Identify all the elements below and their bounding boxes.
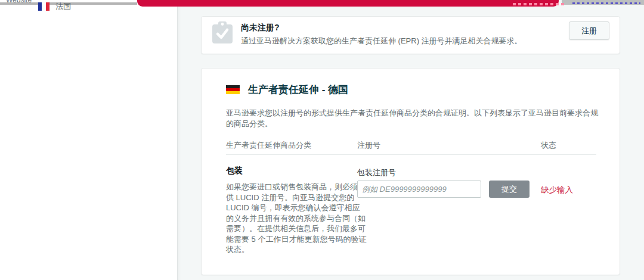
- country-label: 法国: [55, 1, 71, 12]
- banner-description: 通过亚马逊解决方案获取您的生产者责任延伸 (EPR) 注册号并满足相关合规要求。: [241, 36, 554, 46]
- country-item-france[interactable]: 法国: [38, 1, 71, 12]
- table-header-divider: [226, 154, 596, 155]
- registration-banner-card: 尚未注册? 通过亚马逊解决方案获取您的生产者责任延伸 (EPR) 注册号并满足相…: [201, 16, 620, 54]
- category-name: 包装: [226, 166, 367, 176]
- banner-title: 尚未注册?: [241, 23, 554, 33]
- register-button[interactable]: 注册: [569, 21, 609, 40]
- banner-text: 尚未注册? 通过亚马逊解决方案获取您的生产者责任延伸 (EPR) 注册号并满足相…: [241, 23, 554, 46]
- col-header-status: 状态: [541, 140, 556, 151]
- left-panel: Website 法国: [0, 0, 177, 280]
- main-content: 尚未注册? 通过亚马逊解决方案获取您的生产者责任延伸 (EPR) 注册号并满足相…: [177, 0, 644, 280]
- table-row-registration-cell: 包装注册号 提交 缺少输入: [357, 167, 608, 182]
- col-header-registration-number: 注册号: [357, 140, 380, 151]
- clipped-text-fragment: [513, 3, 564, 5]
- page: Website 法国 尚未注册? 通过亚马逊解决方案获取您的生产者责任延伸 (E…: [0, 0, 644, 280]
- table-row-category-cell: 包装 如果您要进口或销售包装商品，则必须提供 LUCID 注册号。向亚马逊提交您…: [226, 166, 367, 255]
- registration-input-label: 包装注册号: [357, 167, 608, 178]
- submit-button[interactable]: 提交: [489, 181, 530, 198]
- registration-number-input[interactable]: [357, 181, 481, 198]
- category-description: 如果您要进口或销售包装商品，则必须提供 LUCID 注册号。向亚马逊提交您的 L…: [226, 182, 367, 255]
- clipped-header-fragment: [562, 0, 644, 5]
- status-text: 缺少输入: [541, 185, 573, 195]
- epr-intro-text: 亚马逊要求您以注册号的形式提供生产者责任延伸商品分类的合规证明。以下列表显示了亚…: [226, 108, 603, 129]
- epr-germany-card: 生产者责任延伸 - 德国 亚马逊要求您以注册号的形式提供生产者责任延伸商品分类的…: [201, 68, 620, 275]
- epr-card-header: 生产者责任延伸 - 德国: [226, 83, 348, 97]
- epr-card-title: 生产者责任延伸 - 德国: [248, 83, 348, 97]
- germany-flag-icon: [226, 85, 240, 94]
- clipped-link-fragment: [572, 2, 640, 4]
- col-header-category: 生产者责任延伸商品分类: [226, 140, 311, 151]
- clipboard-check-icon: [211, 21, 234, 46]
- notification-bar: [137, 0, 559, 7]
- france-flag-icon: [38, 2, 49, 11]
